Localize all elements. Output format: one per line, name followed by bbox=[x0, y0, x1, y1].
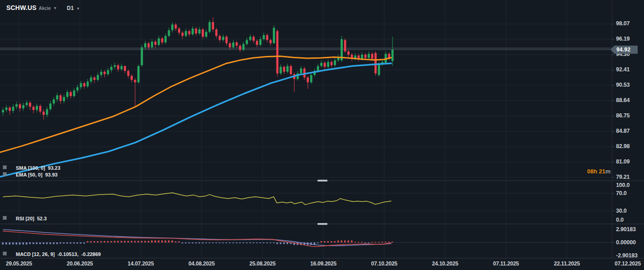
timeframe-label: D1 bbox=[67, 5, 74, 11]
rsi-label: RSI [20] bbox=[16, 216, 34, 221]
legend-macd: MACD [12, 26, 9] -0.10513, -0.22869 bbox=[2, 251, 101, 257]
macd-axis-label: 2.90183 bbox=[616, 226, 636, 233]
current-price-tag: 94.92 bbox=[611, 46, 638, 54]
chart-canvas[interactable] bbox=[0, 0, 644, 270]
date-axis-label: 07.12.2025 bbox=[615, 261, 641, 267]
price-axis-label: 88.64 bbox=[616, 97, 630, 103]
price-axis-label: 86.75 bbox=[616, 112, 630, 119]
price-axis-label: 79.21 bbox=[616, 174, 630, 180]
instrument-header: SCHW.US Akcie ▾ bbox=[6, 4, 56, 11]
indicator-remove-icon[interactable] bbox=[9, 252, 14, 257]
date-axis-label: 04.08.2025 bbox=[188, 261, 215, 267]
time-axis[interactable]: 29.05.202520.06.202514.07.202504.08.2025… bbox=[0, 258, 644, 270]
rsi-axis-label: 30.0 bbox=[616, 208, 627, 214]
legend-ema: EMA [50, 0] 93.93 bbox=[2, 172, 57, 178]
timeframe-select[interactable]: D1 ▾ bbox=[67, 5, 79, 11]
macd-axis-label: -2.90183 bbox=[616, 252, 638, 259]
current-price-value: 94.92 bbox=[611, 47, 630, 53]
macd-value: -0.10513, -0.22869 bbox=[57, 251, 101, 257]
rsi-value: 52.3 bbox=[37, 216, 47, 221]
asset-type-label: Akcie bbox=[39, 6, 51, 11]
countdown-unit: m bbox=[605, 168, 611, 175]
date-axis-label: 07.10.2025 bbox=[371, 261, 397, 267]
price-axis-label: 90.53 bbox=[616, 82, 630, 88]
trading-chart-window: SCHW.US Akcie ▾ D1 ▾ SMA [100, 0] 93.23 … bbox=[0, 0, 644, 270]
countdown-time: 08h 21 bbox=[587, 168, 605, 175]
ema-label: EMA [50, 0] bbox=[16, 172, 42, 177]
price-axis-label: 84.87 bbox=[616, 128, 630, 134]
ema-value: 93.93 bbox=[45, 172, 58, 177]
price-axis-label: 96.19 bbox=[616, 36, 630, 42]
price-axis-label: 82.98 bbox=[616, 143, 630, 149]
date-axis-label: 22.11.2025 bbox=[554, 261, 579, 267]
macd-panel-resize-handle[interactable] bbox=[317, 223, 327, 225]
date-axis-label: 29.05.2025 bbox=[6, 261, 32, 267]
legend-rsi: RSI [20] 52.3 bbox=[2, 215, 47, 222]
date-axis-label: 24.10.2025 bbox=[432, 261, 458, 267]
sma-value: 93.23 bbox=[48, 165, 61, 171]
rsi-axis-label: 0.0 bbox=[616, 217, 624, 223]
macd-axis-label: 0.00000 bbox=[616, 239, 636, 246]
date-axis-label: 20.06.2025 bbox=[67, 261, 93, 267]
macd-label: MACD [12, 26, 9] bbox=[16, 251, 55, 257]
timeframe-dropdown-caret-icon[interactable]: ▾ bbox=[77, 6, 79, 11]
date-axis-label: 16.09.2025 bbox=[310, 261, 336, 267]
indicator-remove-icon[interactable] bbox=[9, 216, 14, 221]
symbol-name[interactable]: SCHW.US bbox=[6, 4, 37, 11]
rsi-axis-label: 70.0 bbox=[616, 190, 627, 196]
symbol-dropdown-caret-icon[interactable]: ▾ bbox=[54, 5, 56, 10]
date-axis-label: 14.07.2025 bbox=[128, 261, 154, 267]
candle-countdown: 08h 21m bbox=[587, 168, 611, 175]
price-axis-label: 98.07 bbox=[616, 20, 630, 27]
price-axis-label: 81.09 bbox=[616, 158, 630, 165]
indicator-remove-icon[interactable] bbox=[9, 172, 14, 177]
rsi-axis-label: 100.0 bbox=[616, 182, 630, 188]
date-axis-label: 07.11.2025 bbox=[493, 261, 519, 267]
price-axis[interactable]: 98.0796.1994.3092.4190.5388.6486.7584.87… bbox=[612, 0, 644, 258]
legend-sma: SMA [100, 0] 93.23 bbox=[2, 165, 61, 171]
price-axis-label: 92.41 bbox=[616, 66, 630, 73]
sma-label: SMA [100, 0] bbox=[16, 165, 45, 171]
rsi-panel-resize-handle[interactable] bbox=[317, 180, 327, 182]
indicator-remove-icon[interactable] bbox=[9, 166, 14, 171]
date-axis-label: 25.08.2025 bbox=[249, 261, 275, 267]
